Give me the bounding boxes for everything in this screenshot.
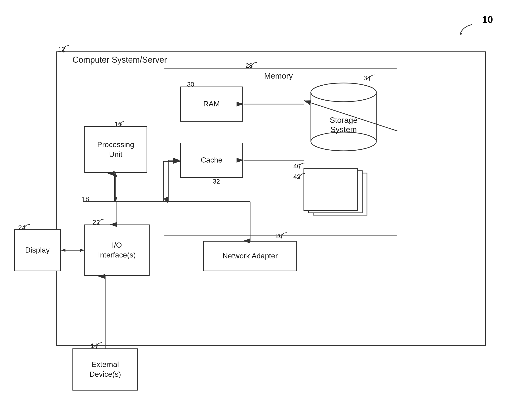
cache-label: Cache [201, 155, 222, 165]
display-label: Display [25, 245, 50, 255]
io-interface-box: I/O Interface(s) [84, 225, 150, 276]
external-device-label: External Device(s) [89, 360, 121, 379]
diagram: 10 Computer System/Server 12 Memory 28 R… [0, 0, 521, 420]
svg-rect-11 [304, 168, 358, 210]
ref-16-curve-icon [119, 120, 129, 128]
stacked-pages-icon [299, 166, 379, 229]
cache-box: Cache [180, 143, 243, 178]
ref-20-curve-icon [280, 232, 289, 240]
svg-text:Storage: Storage [330, 115, 357, 124]
svg-point-6 [311, 83, 376, 102]
ref-28-curve-icon [250, 61, 259, 69]
network-adapter-label: Network Adapter [222, 251, 278, 261]
ref-34-curve-icon [368, 74, 377, 82]
ref-18: 18 [82, 195, 89, 203]
storage-system-icon: Storage System [304, 80, 383, 154]
main-box-title: Computer System/Server [73, 55, 167, 65]
ref-24-curve-icon [23, 223, 32, 232]
io-label: I/O Interface(s) [98, 240, 136, 260]
ref-30: 30 [187, 81, 194, 88]
ram-label: RAM [203, 99, 220, 109]
ref-14-curve-icon [95, 341, 105, 350]
ref-12-curve-icon [62, 45, 71, 54]
svg-text:System: System [330, 125, 357, 134]
figure-arrow-icon [458, 22, 477, 36]
svg-point-5 [311, 132, 376, 151]
external-device-box: External Device(s) [73, 348, 138, 390]
processing-unit-box: Processing Unit [84, 126, 147, 173]
ref-22-curve-icon [97, 218, 107, 226]
storage-system: Storage System [304, 80, 383, 154]
ref-32: 32 [213, 178, 220, 185]
processing-unit-label: Processing Unit [97, 140, 134, 159]
stacked-pages [299, 166, 379, 229]
figure-number: 10 [482, 14, 493, 25]
memory-label: Memory [264, 71, 293, 81]
ref-40-curve-icon [298, 162, 307, 170]
ref-42-curve-icon [298, 172, 307, 180]
display-box: Display [14, 229, 61, 271]
network-adapter-box: Network Adapter [203, 241, 297, 271]
ram-box: RAM [180, 87, 243, 122]
